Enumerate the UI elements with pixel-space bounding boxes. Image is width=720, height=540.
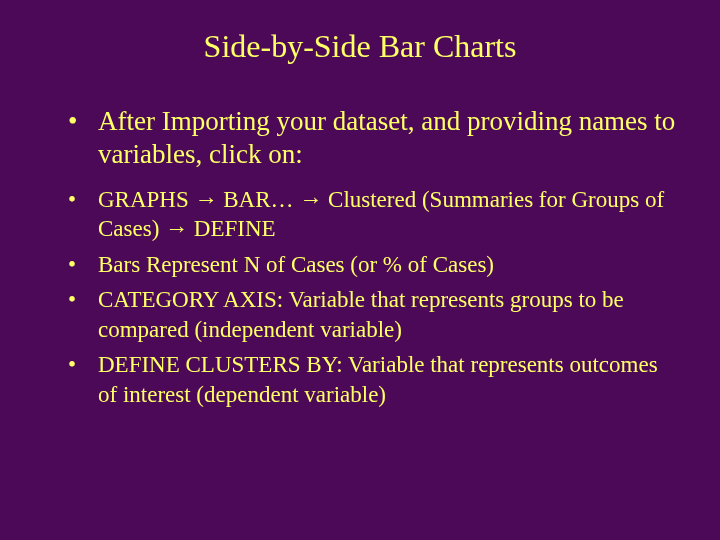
- list-item: Bars Represent N of Cases (or % of Cases…: [68, 250, 680, 279]
- list-item: GRAPHS → BAR… → Clustered (Summaries for…: [68, 185, 680, 244]
- slide: Side-by-Side Bar Charts After Importing …: [0, 0, 720, 540]
- bullet-list-top: After Importing your dataset, and provid…: [40, 105, 680, 171]
- list-item: CATEGORY AXIS: Variable that represents …: [68, 285, 680, 344]
- bullet-list-sub: GRAPHS → BAR… → Clustered (Summaries for…: [40, 185, 680, 409]
- list-item: DEFINE CLUSTERS BY: Variable that repres…: [68, 350, 680, 409]
- list-item: After Importing your dataset, and provid…: [68, 105, 680, 171]
- slide-title: Side-by-Side Bar Charts: [40, 28, 680, 65]
